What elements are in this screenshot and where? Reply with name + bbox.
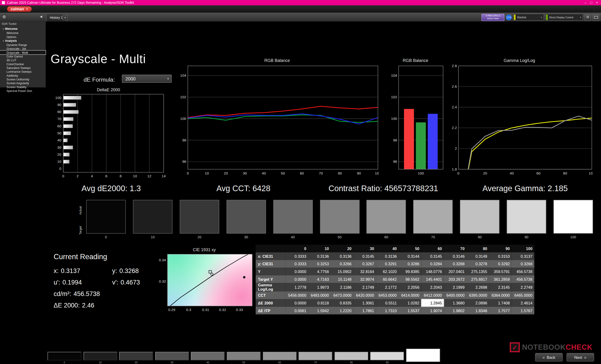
sidebar-item-colorchecker[interactable]: ColorChecker — [0, 62, 46, 66]
col-header: 20 — [331, 245, 353, 252]
svg-text:104: 104 — [391, 73, 397, 77]
level-tile-50[interactable] — [227, 352, 261, 360]
cell: 4.7163 — [308, 275, 331, 283]
maximize-button[interactable]: □ — [588, 1, 594, 4]
chevron-down-icon: ▼ — [26, 8, 28, 10]
next-button[interactable]: Next » — [567, 353, 594, 361]
svg-text:100: 100 — [418, 171, 424, 175]
sidebar-item-grayscale-2pt[interactable]: Grayscale - 2pt — [0, 47, 46, 50]
display-settings-button[interactable] — [592, 14, 599, 21]
readings-table: 0102030405060708090100x: CIE310.33330.31… — [256, 245, 534, 314]
svg-text:0.29: 0.29 — [168, 308, 175, 312]
reading-uv: u':0.1994 v':0.4673 — [54, 279, 157, 286]
chevron-down-icon: ▼ — [541, 16, 542, 19]
level-tile-80[interactable] — [335, 352, 368, 360]
sidebar-item-welcome[interactable]: Welcome — [0, 31, 46, 35]
cell: 1.2220 — [331, 307, 353, 315]
source-select-label: Source — [517, 16, 526, 19]
svg-text:2.4: 2.4 — [452, 105, 457, 109]
level-tile-60[interactable] — [263, 352, 297, 360]
svg-text:2.2: 2.2 — [452, 126, 457, 130]
page-title: Grayscale - Multi — [51, 52, 146, 66]
de-formula-select[interactable]: 2000 ▼ — [122, 75, 172, 83]
cell: 60.6642 — [376, 275, 399, 283]
sidebar-item-spectral-power-dist[interactable]: Spectral Power Dist. — [0, 89, 46, 93]
svg-text:70: 70 — [57, 117, 61, 121]
svg-text:98: 98 — [393, 138, 397, 142]
gray-swatch-20 — [180, 200, 219, 234]
gray-swatch-0 — [86, 200, 126, 234]
level-tile-30[interactable] — [155, 352, 189, 360]
col-header: 40 — [376, 245, 399, 252]
sidebar-item-dynamic-range[interactable]: Dynamic Range — [0, 43, 46, 47]
level-tile-100[interactable] — [406, 349, 440, 362]
sidebar-item-additivity[interactable]: Additivity — [0, 73, 46, 77]
meter-button[interactable]: X-Rite i1Pro 2 Direct View — [481, 14, 504, 21]
app-menu-icon[interactable] — [2, 15, 7, 19]
sidebar-section-analysis[interactable]: ▾Analysis — [0, 39, 46, 43]
level-tile-40[interactable] — [191, 352, 225, 360]
add-tab-button[interactable]: + — [62, 15, 68, 20]
sidebar-item-3d-lut[interactable]: 3D LUT — [0, 58, 46, 62]
svg-text:2.6: 2.6 — [452, 85, 457, 88]
display-control-label: Direct Display Control — [549, 16, 573, 19]
row-label: x: CIE31 — [256, 252, 285, 260]
level-tile-10[interactable] — [83, 352, 117, 360]
svg-text:100: 100 — [391, 116, 397, 121]
cell: 6414.0000 — [399, 291, 421, 299]
meter-mode: Direct View — [487, 17, 499, 20]
table-row: Gamma Log/Log1.27781.99732.11862.17492.1… — [256, 283, 534, 292]
sidebar-section-welcome[interactable]: ▾Welcome — [0, 27, 46, 31]
meter-count-badge[interactable]: 239 — [506, 14, 511, 20]
highlighted-cell: 1.2845 — [421, 299, 444, 307]
settings-button[interactable]: ⚙ — [585, 14, 591, 21]
svg-text:100: 100 — [375, 171, 379, 175]
sidebar-item-options[interactable]: Options — [0, 35, 46, 39]
svg-text:70: 70 — [319, 171, 323, 175]
minimize-button[interactable]: – — [583, 1, 588, 4]
svg-text:0: 0 — [60, 166, 61, 171]
sidebar-item-screen-stability[interactable]: Screen Stability — [0, 85, 46, 89]
sidebar-item-luminance-sweeps[interactable]: Luminance Sweeps — [0, 70, 46, 73]
svg-text:10: 10 — [205, 171, 209, 175]
back-button[interactable]: « Back — [535, 353, 563, 361]
cell: 0.3292 — [489, 260, 511, 268]
gray-swatch-label: 70 — [413, 235, 453, 239]
level-tile-label: 40 — [191, 361, 225, 364]
sidebar-collapse-button[interactable]: ◀ — [40, 15, 42, 19]
col-header: 50 — [399, 245, 421, 252]
sidebar-item-screen-angularity[interactable]: Screen Angularity — [0, 81, 46, 85]
level-tile-90[interactable] — [371, 352, 404, 360]
svg-text:0: 0 — [187, 171, 189, 175]
next-chevron-icon: » — [584, 355, 586, 360]
gamma-svg: 1.822.22.42.62.8020406080100 — [446, 64, 592, 179]
gray-swatch-label: 30 — [226, 235, 266, 239]
gray-swatch-30 — [226, 200, 266, 234]
source-select[interactable]: Source ▼ — [513, 14, 544, 21]
notebookcheck-check-icon: ✓ — [510, 342, 520, 352]
tab-history-1-label: History 1 — [50, 16, 63, 19]
svg-text:20: 20 — [57, 153, 61, 156]
meter-name: X-Rite i1Pro 2 — [486, 14, 500, 17]
rgb-balance-line-title: RGB Balance — [176, 58, 379, 64]
svg-text:30: 30 — [243, 171, 247, 175]
col-header: 90 — [489, 245, 511, 252]
cell: 1.7577 — [489, 307, 511, 315]
level-tile-20[interactable] — [119, 352, 153, 360]
gray-swatch-label: 100 — [554, 235, 593, 239]
display-control-select[interactable]: Direct Display Control ▼ — [545, 14, 583, 21]
level-tile-70[interactable] — [299, 352, 332, 360]
sidebar-item-color-gamut[interactable]: Color Gamut — [0, 54, 46, 58]
close-button[interactable]: × — [594, 1, 600, 4]
gray-swatch-80 — [460, 200, 499, 234]
cell: 0.3145 — [353, 252, 376, 260]
sidebar-item-saturation-sweeps[interactable]: Saturation Sweeps — [0, 66, 46, 70]
sidebar-item-screen-uniformity[interactable]: Screen Uniformity — [0, 77, 46, 81]
col-header: 70 — [444, 245, 466, 252]
level-tile-label: 30 — [155, 361, 189, 364]
svg-text:50: 50 — [281, 171, 285, 175]
cell: 0.3145 — [421, 252, 444, 260]
sidebar-item-grayscale-multi[interactable]: Grayscale - Multi — [0, 51, 46, 54]
calman-menu-button[interactable]: calman ▼ — [7, 6, 32, 12]
level-tile-0[interactable] — [47, 352, 81, 360]
